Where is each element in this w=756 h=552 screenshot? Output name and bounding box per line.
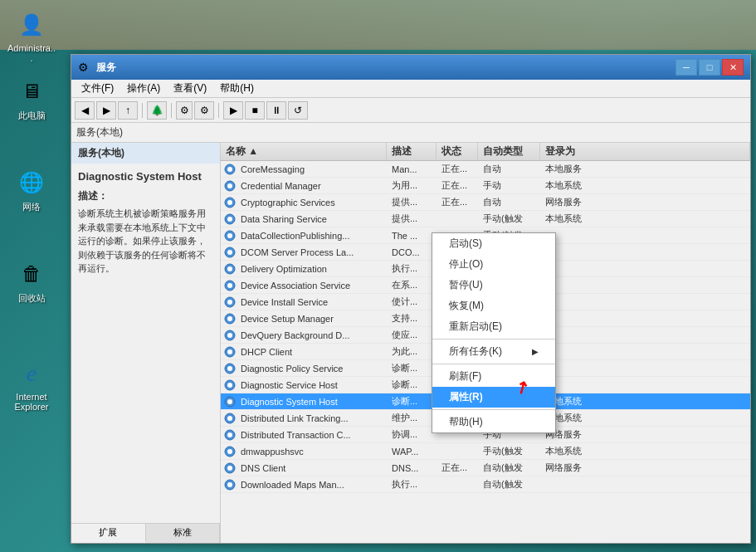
ctx-menu-item[interactable]: 停止(O) <box>432 254 555 275</box>
ctx-separator <box>432 339 555 340</box>
ctx-menu-item[interactable]: 重新启动(E) <box>432 316 555 337</box>
service-row[interactable]: dmwappushsvcWAP...手动(触发本地系统 <box>221 443 750 460</box>
toolbar-sep1 <box>142 103 143 118</box>
service-startup: 自动 <box>480 196 542 208</box>
service-name: DNS Client <box>237 463 388 473</box>
toolbar-up[interactable]: ↑ <box>118 101 138 120</box>
svg-point-37 <box>227 466 232 471</box>
ctx-item-label: 重新启动(E) <box>449 320 502 334</box>
menu-bar: 文件(F) 操作(A) 查看(V) 帮助(H) <box>71 80 750 98</box>
desktop-icon-recycle[interactable]: 🗑 回收站 <box>7 257 56 305</box>
service-row[interactable]: Credential Manager为用...正在...手动本地系统 <box>221 178 750 194</box>
col-startup-header[interactable]: 自动类型 <box>478 143 540 160</box>
service-row[interactable]: Downloaded Maps Man...执行...自动(触发 <box>221 476 750 493</box>
col-name-header[interactable]: 名称 ▲ <box>221 143 387 160</box>
ctx-item-label: 刷新(F) <box>449 369 481 383</box>
service-description: 诊断系统主机被诊断策略服务用来承载需要在本地系统上下文中运行的诊断。如果停止该服… <box>78 207 213 276</box>
service-icon <box>222 361 237 376</box>
toolbar-restart[interactable]: ↺ <box>288 101 308 120</box>
svg-point-9 <box>227 233 232 238</box>
service-row[interactable]: DNS ClientDNS...正在...自动(触发网络服务 <box>221 460 750 476</box>
menu-help[interactable]: 帮助(H) <box>213 80 261 97</box>
col-login-header[interactable]: 登录为 <box>540 143 750 160</box>
desktop-icon-network[interactable]: 🌐 网络 <box>7 166 56 213</box>
service-icon <box>222 394 237 409</box>
service-startup: 手动(触发 <box>480 212 542 225</box>
ctx-item-label: 启动(S) <box>449 237 482 251</box>
ctx-menu-item[interactable]: 启动(S) <box>432 233 555 254</box>
service-icon <box>222 261 237 276</box>
service-icon <box>222 278 237 293</box>
toolbar-pause[interactable]: ⏸ <box>266 101 286 120</box>
col-status-header[interactable]: 状态 <box>437 143 478 160</box>
user-icon-label: Administra... <box>7 43 56 63</box>
service-desc: 执行... <box>388 262 438 275</box>
toolbar-btn4[interactable]: ⚙ <box>176 101 193 120</box>
service-name: Device Setup Manager <box>237 314 388 324</box>
ctx-item-label: 帮助(H) <box>449 415 483 429</box>
close-button[interactable]: ✕ <box>722 59 744 76</box>
left-nav-item[interactable]: 服务(本地) <box>71 143 220 164</box>
ctx-menu-item[interactable]: 刷新(F) <box>432 366 555 387</box>
service-name: Credential Manager <box>237 181 388 191</box>
ctx-menu-item[interactable]: 属性(R) <box>432 387 555 408</box>
service-name: Diagnostic Service Host <box>237 380 388 390</box>
service-desc: 支持... <box>388 312 438 325</box>
toolbar-stop[interactable]: ■ <box>245 101 265 120</box>
service-startup: 自动 <box>480 163 542 175</box>
service-status: 正在... <box>438 179 480 192</box>
network-icon-label: 网络 <box>22 201 41 213</box>
menu-action[interactable]: 操作(A) <box>120 80 167 97</box>
svg-point-19 <box>227 316 232 321</box>
service-desc: 维护... <box>388 412 438 424</box>
service-name: Distributed Transaction C... <box>237 430 388 440</box>
ctx-item-label: 属性(R) <box>449 390 483 404</box>
tab-standard[interactable]: 标准 <box>146 524 221 543</box>
menu-file[interactable]: 文件(F) <box>75 80 120 97</box>
service-login: 本地系统 <box>542 412 750 424</box>
service-startup: 自动(触发 <box>480 462 542 474</box>
svg-point-27 <box>227 383 232 388</box>
desktop-icon-ie[interactable]: e Internet Explorer <box>7 357 56 412</box>
service-name: Cryptographic Services <box>237 198 388 208</box>
svg-point-39 <box>227 482 232 487</box>
toolbar-back[interactable]: ◀ <box>75 101 95 120</box>
ctx-menu-item[interactable]: 所有任务(K)▶ <box>432 341 555 362</box>
ctx-menu-item[interactable]: 帮助(H) <box>432 412 555 432</box>
maximize-button[interactable]: □ <box>699 59 720 76</box>
service-icon <box>222 178 237 193</box>
svg-point-11 <box>227 250 232 255</box>
toolbar-btn5[interactable]: ⚙ <box>194 101 214 120</box>
service-icon <box>222 245 237 260</box>
menu-view[interactable]: 查看(V) <box>167 80 213 97</box>
svg-point-7 <box>227 217 232 222</box>
computer-icon: 🖥 <box>15 75 48 108</box>
ctx-menu-item[interactable]: 暂停(U) <box>432 275 555 296</box>
desktop-icon-computer[interactable]: 🖥 此电脑 <box>7 75 56 122</box>
service-name: Device Install Service <box>237 297 388 307</box>
ctx-item-label: 恢复(M) <box>449 299 484 313</box>
col-desc-header[interactable]: 描述 <box>387 143 437 160</box>
recycle-icon-label: 回收站 <box>18 292 46 305</box>
toolbar-play[interactable]: ▶ <box>223 101 243 120</box>
service-name: Diagnostic System Host <box>237 397 388 407</box>
service-name: Delivery Optimization <box>237 264 388 274</box>
minimize-button[interactable]: ─ <box>676 59 697 76</box>
service-name: Device Association Service <box>237 281 388 291</box>
service-desc: 使应... <box>388 329 438 341</box>
svg-point-29 <box>227 399 232 404</box>
tab-extended[interactable]: 扩展 <box>71 524 146 543</box>
service-row[interactable]: Data Sharing Service提供...手动(触发本地系统 <box>221 211 750 227</box>
toolbar-sep3 <box>218 103 219 118</box>
service-row[interactable]: Cryptographic Services提供...正在...自动网络服务 <box>221 194 750 211</box>
desktop-icon-user[interactable]: 👤 Administra... <box>7 8 56 63</box>
user-icon: 👤 <box>15 8 48 42</box>
context-menu: 启动(S)停止(O)暂停(U)恢复(M)重新启动(E)所有任务(K)▶刷新(F)… <box>432 232 556 433</box>
toolbar-forward[interactable]: ▶ <box>96 101 116 120</box>
svg-point-31 <box>227 416 232 421</box>
ctx-separator <box>432 364 555 364</box>
service-icon <box>222 427 237 442</box>
ctx-menu-item[interactable]: 恢复(M) <box>432 296 555 316</box>
toolbar-show-tree[interactable]: 🌲 <box>147 101 167 120</box>
service-row[interactable]: CoreMessagingMan...正在...自动本地服务 <box>221 161 750 178</box>
